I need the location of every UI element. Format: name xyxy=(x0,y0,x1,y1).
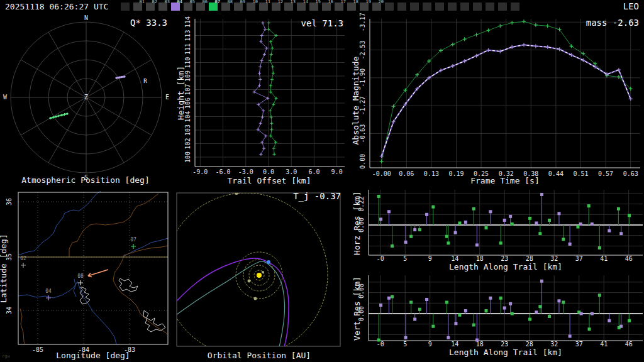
frame-box-17[interactable]: 17 xyxy=(335,3,343,11)
frame-box-02[interactable]: 02 xyxy=(146,3,155,11)
tick-label: 28 xyxy=(526,341,533,348)
frame-box-16[interactable]: 16 xyxy=(322,3,331,11)
tick-label: -3.0 xyxy=(238,168,253,175)
frame-box-14[interactable]: 14 xyxy=(297,3,306,11)
station-label: R xyxy=(143,78,147,84)
tick-label: 28 xyxy=(526,255,533,262)
frame-box-label: 10 xyxy=(253,0,258,4)
frame-box-label: 12 xyxy=(278,0,283,4)
tick-label: 9 xyxy=(428,255,432,262)
frame-box-20[interactable]: 20 xyxy=(372,3,381,11)
frame-box-05[interactable]: 05 xyxy=(184,3,192,11)
frame-box-blank[interactable] xyxy=(121,3,130,11)
tick-label: 5 xyxy=(403,341,407,348)
frame-strip: 0102030405060708091011121314151617181920 xyxy=(0,0,644,13)
height-profile-panel: 100102103104106107109110111113114-9.0-6.… xyxy=(175,13,351,186)
frame-box-15[interactable]: 15 xyxy=(309,3,318,11)
velocity-annotation: vel 71.3 xyxy=(301,18,343,28)
tick-label: 5 xyxy=(403,255,407,262)
ground-map-plot: -85-84-8336353402040708 xyxy=(0,189,171,362)
tick-label: 32 xyxy=(550,255,558,262)
station-marker-label: 08 xyxy=(77,273,84,279)
magnitude-plot: -0.000.060.130.190.250.320.380.440.510.5… xyxy=(352,13,644,186)
vert-res-panel: -05914182328323741460.000.08 Length Alon… xyxy=(350,274,644,362)
frame-box-blank[interactable] xyxy=(423,3,431,11)
atmospheric-title: Atmospheric Position [deg] xyxy=(0,175,171,185)
tick-label: 9.0 xyxy=(331,168,343,175)
vert-res-xlabel: Length Along Trail [km] xyxy=(369,348,643,357)
compass-east-label: E xyxy=(165,94,169,101)
frame-box-01[interactable]: 01 xyxy=(133,3,142,11)
frame-box-11[interactable]: 11 xyxy=(259,3,268,11)
frame-box-blank[interactable] xyxy=(448,3,457,11)
horz-res-plot: -05914182328323741460.000.22 xyxy=(350,189,644,274)
frame-box-blank[interactable] xyxy=(498,3,507,11)
tick-label: 37 xyxy=(575,341,583,348)
frame-box-03[interactable]: 03 xyxy=(158,3,167,11)
frame-box-label: 16 xyxy=(328,0,333,4)
frame-box-label: 04 xyxy=(177,0,182,4)
map-ylabel: Latitude [deg] xyxy=(0,199,8,337)
compass-north-label: N xyxy=(84,14,88,21)
ground-map-panel: -85-84-8336353402040708 Longitude [deg] … xyxy=(0,189,171,362)
tick-label: -9.0 xyxy=(192,168,208,175)
tick-label: -0 xyxy=(377,341,384,348)
frame-box-13[interactable]: 13 xyxy=(284,3,293,11)
frame-box-06[interactable]: 06 xyxy=(196,3,205,11)
frame-box-12[interactable]: 12 xyxy=(272,3,280,11)
compass-west-label: W xyxy=(3,94,8,101)
height-profile-ylabel: Height [km] xyxy=(177,24,186,162)
frame-box-09[interactable]: 09 xyxy=(234,3,243,11)
frame-box-label: 03 xyxy=(165,0,170,4)
station-marker-label: 07 xyxy=(130,237,136,243)
frame-box-label: 19 xyxy=(366,0,371,4)
frame-box-blank[interactable] xyxy=(397,3,406,11)
frame-box-label: 08 xyxy=(228,0,233,4)
tick-label: -0 xyxy=(377,255,384,262)
tick-label: -6.0 xyxy=(216,168,231,175)
frame-box-label: 06 xyxy=(203,0,208,4)
frame-box-blank[interactable] xyxy=(511,3,519,11)
magnitude-ylabel: Absolute Magnitude xyxy=(352,31,360,170)
horz-res-xlabel: Length Along Trail [km] xyxy=(369,262,643,272)
frame-box-blank[interactable] xyxy=(435,3,444,11)
tick-label: 14 xyxy=(451,255,458,262)
frame-box-19[interactable]: 19 xyxy=(360,3,369,11)
frame-box-label: 20 xyxy=(379,0,384,4)
tick-label: 23 xyxy=(501,255,508,262)
tick-label: 41 xyxy=(600,341,608,348)
frame-box-blank[interactable] xyxy=(410,3,419,11)
tick-label: 0.0 xyxy=(263,168,274,175)
top-status-bar: 20251118 06:26:27 UTC 010203040506070809… xyxy=(0,0,644,13)
frame-box-label: 18 xyxy=(353,0,358,4)
tick-label: 6.0 xyxy=(308,168,319,175)
tick-label: 14 xyxy=(451,341,458,348)
tick-label: -3.17 xyxy=(359,13,366,31)
tick-label: 46 xyxy=(625,255,633,262)
tick-label: 23 xyxy=(501,341,508,348)
tisserand-annotation: T_j -0.37 xyxy=(293,191,341,201)
frame-box-label: 13 xyxy=(291,0,296,4)
frame-box-08[interactable]: 08 xyxy=(221,3,230,11)
frame-box-label: 02 xyxy=(152,0,157,4)
frame-box-04[interactable]: 04 xyxy=(171,3,180,11)
magnitude-xlabel: Frame Time [s] xyxy=(370,176,640,185)
atmospheric-plot: NSWEZR xyxy=(0,13,171,186)
frame-box-blank[interactable] xyxy=(486,3,494,11)
frame-box-18[interactable]: 18 xyxy=(347,3,356,11)
height-profile-xlabel: Trail Offset [km] xyxy=(194,176,345,185)
frame-box-blank[interactable] xyxy=(385,3,394,11)
station-marker-label: 02 xyxy=(20,256,26,261)
frame-box-blank[interactable] xyxy=(473,3,482,11)
tick-label: 41 xyxy=(600,255,608,262)
frame-box-07[interactable]: 07 xyxy=(209,3,218,11)
frame-box-blank[interactable] xyxy=(460,3,469,11)
orbital-title: Orbital Position [AU] xyxy=(174,351,345,360)
frame-box-10[interactable]: 10 xyxy=(247,3,255,11)
horz-res-panel: -05914182328323741460.000.22 Length Alon… xyxy=(350,189,644,274)
tick-label: 18 xyxy=(476,255,484,262)
frame-box-label: 09 xyxy=(240,0,245,4)
orbital-plot xyxy=(174,189,345,362)
frame-box-label: 05 xyxy=(190,0,195,4)
map-xlabel: Longitude [deg] xyxy=(18,351,168,360)
